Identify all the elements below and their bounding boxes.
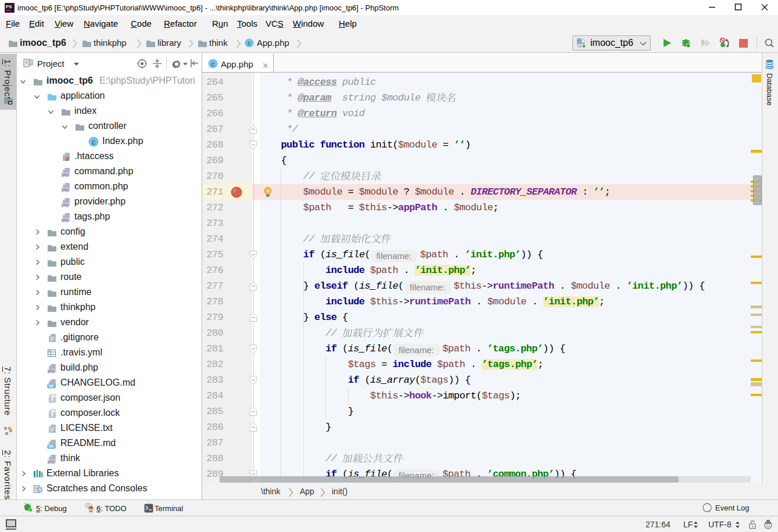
svg-text:php: php — [62, 188, 69, 192]
svg-text:c: c — [211, 60, 215, 67]
svg-text:{․}: {․} — [49, 397, 55, 402]
svg-text:PS: PS — [6, 4, 12, 9]
svg-text:php: php — [62, 172, 69, 177]
svg-text:php: php — [62, 218, 69, 222]
svg-text:{․}: {․} — [49, 412, 55, 418]
svg-text:php: php — [62, 203, 69, 207]
svg-text:php: php — [48, 369, 55, 373]
svg-text:MD: MD — [48, 444, 54, 448]
svg-text:c: c — [92, 138, 95, 146]
svg-text:c: c — [248, 39, 251, 46]
svg-text:php: php — [48, 459, 55, 464]
svg-text:MD: MD — [48, 384, 54, 388]
